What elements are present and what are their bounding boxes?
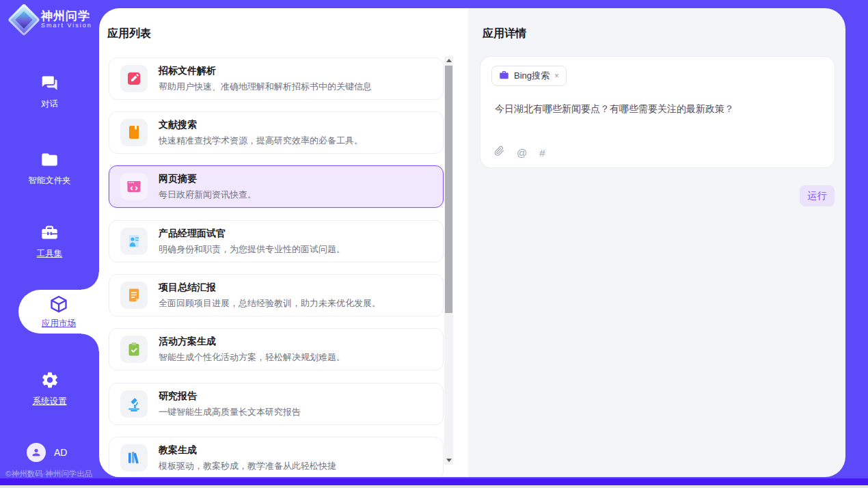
avatar: [27, 443, 46, 462]
cube-icon: [49, 304, 68, 316]
sidebar-item-label: 智能文件夹: [0, 175, 99, 187]
close-icon[interactable]: ×: [554, 72, 559, 80]
brand-logo: 神州问学 Smart Vision: [12, 8, 92, 31]
app-card-name: 网页摘要: [159, 173, 256, 185]
sidebar-item-app-market[interactable]: 应用市场: [18, 290, 99, 334]
books-icon: [120, 444, 148, 472]
folder-icon: [40, 150, 59, 172]
app-card-literature-search[interactable]: 文献搜索 快速精准查找学术资源，提高研究效率的必备工具。: [109, 111, 444, 154]
app-card-lesson-plan[interactable]: 教案生成 模板驱动，教案秒成，教学准备从此轻松快捷: [109, 437, 444, 477]
memo-icon: [120, 282, 148, 309]
scroll-down-icon[interactable]: [444, 456, 453, 465]
tab-curve-top: [81, 272, 99, 290]
app-card-name: 活动方案生成: [159, 336, 345, 348]
app-card-name: 产品经理面试官: [159, 228, 345, 240]
app-card-desc: 模板驱动，教案秒成，教学准备从此轻松快捷: [159, 460, 336, 472]
prompt-card: Bing搜索 × 今日湖北有哪些新闻要点？有哪些需要关注的最新政策？ @ #: [480, 56, 835, 168]
chat-icon: [40, 74, 59, 95]
sidebar-item-chat[interactable]: 对话: [0, 74, 99, 110]
edit-square-icon: [120, 65, 148, 92]
sidebar-item-label: 对话: [0, 98, 99, 110]
hash-icon[interactable]: #: [539, 147, 545, 159]
briefcase-icon: [499, 70, 509, 83]
attachment-toolbar: @ #: [494, 146, 545, 159]
app-list-title: 应用列表: [107, 27, 151, 41]
sidebar-item-smart-folder[interactable]: 智能文件夹: [0, 150, 99, 187]
interviewer-icon: [120, 228, 148, 255]
run-button[interactable]: 运行: [800, 185, 835, 206]
app-window: 神州问学 Smart Vision 对话 智能文件夹: [0, 0, 868, 478]
sidebar: 神州问学 Smart Vision 对话 智能文件夹: [0, 0, 99, 478]
sidebar-item-label: 工具集: [0, 248, 99, 260]
tool-chip-label: Bing搜索: [514, 70, 550, 82]
app-card-project-summary[interactable]: 项目总结汇报 全面回顾项目进展，总结经验教训，助力未来优化发展。: [109, 274, 444, 316]
scrollbar-thumb[interactable]: [445, 66, 452, 313]
brand-name: 神州问学: [41, 10, 92, 23]
paperclip-icon[interactable]: [494, 146, 504, 159]
sidebar-item-label: 系统设置: [0, 396, 99, 407]
scrollbar[interactable]: [444, 56, 453, 465]
app-card-name: 文献搜索: [159, 119, 363, 131]
book-icon: [120, 119, 148, 146]
sidebar-item-toolset[interactable]: 工具集: [0, 223, 99, 260]
toolbox-icon: [40, 223, 59, 245]
app-card-name: 招标文件解析: [159, 65, 372, 77]
app-card-desc: 每日政府新闻资讯快查。: [159, 189, 256, 201]
user-account[interactable]: AD: [27, 443, 67, 462]
user-name: AD: [54, 447, 67, 458]
screen: 神州问学 Smart Vision 对话 智能文件夹: [0, 0, 868, 488]
prompt-text[interactable]: 今日湖北有哪些新闻要点？有哪些需要关注的最新政策？: [495, 103, 816, 116]
app-card-pm-interviewer[interactable]: 产品经理面试官 明确身份和职责，为您提供专业性的面试问题。: [109, 220, 444, 262]
gear-icon: [40, 370, 59, 392]
app-card-name: 教案生成: [159, 444, 336, 457]
app-card-desc: 快速精准查找学术资源，提高研究效率的必备工具。: [159, 135, 363, 147]
app-card-event-plan[interactable]: 活动方案生成 智能生成个性化活动方案，轻松解决规划难题。: [109, 328, 444, 370]
app-card-desc: 一键智能生成高质量长文本研究报告: [159, 406, 301, 418]
app-card-desc: 明确身份和职责，为您提供专业性的面试问题。: [159, 243, 345, 256]
app-card-web-summary[interactable]: 网页摘要 每日政府新闻资讯快查。: [109, 165, 444, 208]
app-card-name: 研究报告: [159, 390, 301, 403]
app-card-desc: 帮助用户快速、准确地理解和解析招标书中的关键信息: [159, 81, 372, 93]
app-card-name: 项目总结汇报: [159, 282, 381, 294]
browser-code-icon: [120, 173, 148, 200]
bottom-accent-bar: [0, 478, 868, 485]
sidebar-item-settings[interactable]: 系统设置: [0, 370, 99, 407]
tab-curve-bottom: [81, 334, 99, 351]
app-detail-title: 应用详情: [483, 27, 526, 41]
brand-subtitle: Smart Vision: [41, 23, 92, 29]
app-detail-panel: 应用详情 Bing搜索 × 今日湖北有哪些新闻要点？有哪些需要关注的最新政策？: [468, 8, 845, 477]
clipboard-check-icon: [120, 336, 148, 363]
app-card-research-report[interactable]: 研究报告 一键智能生成高质量长文本研究报告: [109, 383, 444, 425]
copyright-footer: ©神州数码·神州问学出品: [5, 469, 92, 479]
app-list-panel: 应用列表 招标文件解析 帮助用户快速、准确地理解和解析招标书中的关键信息: [99, 8, 468, 477]
app-card-desc: 智能生成个性化活动方案，轻松解决规划难题。: [159, 351, 345, 364]
main-content: 应用列表 招标文件解析 帮助用户快速、准确地理解和解析招标书中的关键信息: [99, 8, 845, 477]
sidebar-item-label: 应用市场: [18, 318, 99, 329]
scroll-up-icon[interactable]: [444, 56, 453, 65]
app-card-bid-parse[interactable]: 招标文件解析 帮助用户快速、准确地理解和解析招标书中的关键信息: [109, 57, 444, 100]
app-card-desc: 全面回顾项目进展，总结经验教训，助力未来优化发展。: [159, 297, 381, 310]
diamond-logo-icon: [8, 3, 40, 36]
at-mention-icon[interactable]: @: [517, 147, 527, 159]
microscope-icon: [120, 390, 148, 418]
tool-chip-bing-search[interactable]: Bing搜索 ×: [491, 66, 567, 86]
